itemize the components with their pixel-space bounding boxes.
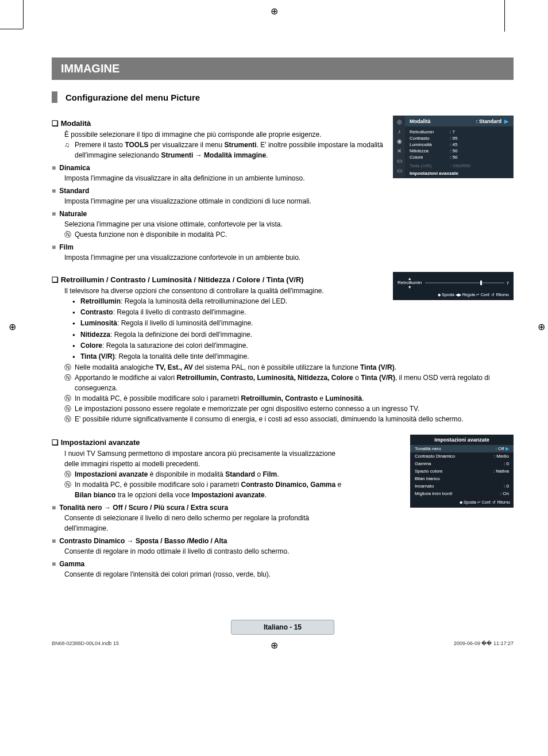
- osd-slider-label: ▲ Retroillumin ▼: [398, 277, 422, 289]
- body-text: Imposta l'immagine per una visualizzazio…: [64, 196, 385, 206]
- osd-menu-picture: ◎ ♪ ◉ ✕ ▭ ▭ Modalità : Standard ▶ Retroi…: [393, 116, 514, 178]
- slider-thumb: [480, 281, 482, 285]
- body-text: In modalità PC, è possibile modificare s…: [75, 479, 352, 500]
- sub-heading: ■Standard: [52, 187, 385, 195]
- body-text: Consente di regolare l'intensità dei col…: [64, 569, 402, 580]
- note-icon: Ⓝ: [64, 393, 75, 404]
- note-icon: Ⓝ: [64, 469, 75, 479]
- osd-row: Contrasto Dinamico: Medio: [410, 452, 514, 460]
- body-text: È possibile selezionare il tipo di immag…: [64, 129, 385, 140]
- body-text: In modalità PC, è possibile modificare s…: [75, 393, 514, 404]
- osd-icon-column: ◎ ♪ ◉ ✕ ▭ ▭: [393, 116, 405, 178]
- registration-mark-icon: ⊕: [538, 321, 545, 332]
- bullet-list: Retroillumin: Regola la luminosità della…: [72, 296, 385, 362]
- note-icon: Ⓝ: [64, 362, 75, 373]
- body-text: Premere il tasto TOOLS per visualizzare …: [75, 140, 385, 160]
- body-text: Impostazioni avanzate è disponibile in m…: [75, 469, 352, 479]
- note-icon: Ⓝ: [64, 414, 75, 424]
- osd-row: Impostazioni avanzate: [405, 169, 513, 178]
- osd-row: Retroillumin: 7: [405, 129, 513, 135]
- sub-heading: ■Gamma: [52, 560, 402, 568]
- setup-icon: ✕: [397, 148, 402, 154]
- body-text: Consente di selezionare il livello di ne…: [64, 513, 352, 534]
- footer-doc-id: BN68-02388D-00L04.indb 15: [52, 640, 119, 646]
- slider-track: [425, 282, 504, 283]
- page-footer-pill: Italiano - 15: [231, 620, 334, 635]
- body-text: E' possibile ridurre significativamente …: [75, 414, 514, 424]
- section-title-bar: IMMAGINE: [52, 57, 514, 80]
- body-text: Consente di regolare in modo ottimale il…: [64, 546, 402, 557]
- registration-mark-icon: ⊕: [271, 6, 278, 17]
- crop-mark: [504, 0, 505, 32]
- input-icon: ▭: [397, 158, 402, 164]
- body-text: Imposta l'immagine da visualizzare in al…: [64, 173, 385, 183]
- slider-value: 7: [507, 281, 509, 286]
- osd-footer-hints: ◆ Sposta ◀▶ Regola ↵ Conf. ↺ Ritorno: [398, 293, 509, 297]
- osd-row: Contrasto: 95: [405, 135, 513, 141]
- osd-advanced-panel: Impostazioni avanzate Tonalità nero: Off…: [410, 435, 514, 508]
- crop-mark: [23, 0, 24, 29]
- osd-footer-hints: ◆ Sposta ↵ Conf. ↺ Ritorno: [410, 497, 514, 508]
- osd-row: Colore: 50: [405, 154, 513, 160]
- osd-row: Luminosità: 45: [405, 141, 513, 148]
- sub-heading: ■Tonalità nero → Off / Scuro / Più scura…: [52, 504, 402, 512]
- sub-heading: ■Contrasto Dinamico → Sposta / Basso /Me…: [52, 537, 402, 545]
- sub-heading: ■Naturale: [52, 210, 385, 218]
- osd-row: Gamma: 0: [410, 460, 514, 467]
- osd-row: Nitidezza: 50: [405, 148, 513, 154]
- q-heading-modalita: Modalità: [52, 119, 385, 128]
- osd-row: Spazio colore: Nativa: [410, 467, 514, 475]
- crop-mark: [0, 29, 23, 29]
- body-text: I nuovi TV Samsung permettono di imposta…: [64, 448, 340, 469]
- registration-mark-icon: ⊕: [271, 640, 278, 651]
- body-text: Imposta l'immagine per una visualizzazio…: [64, 252, 385, 263]
- q-heading-params: Retroillumin / Contrasto / Luminosità / …: [52, 275, 385, 284]
- picture-icon: ◎: [397, 118, 402, 125]
- note-icon: Ⓝ: [64, 373, 75, 393]
- osd-highlight-row: Modalità : Standard ▶: [405, 116, 513, 126]
- note-icon: Ⓝ: [64, 229, 75, 240]
- arrow-down-icon: ▼: [408, 285, 412, 289]
- tools-icon: ♫: [64, 140, 75, 160]
- body-text: Nelle modalità analogiche TV, Est., AV d…: [75, 362, 514, 373]
- sub-heading: ■Dinamica: [52, 164, 385, 172]
- osd-slider-panel: ▲ Retroillumin ▼ 7 ◆ Sposta ◀▶ Regola ↵ …: [393, 272, 514, 300]
- body-text: Seleziona l'immagine per una visione ott…: [64, 219, 385, 229]
- body-text: Le impostazioni possono essere regolate …: [75, 404, 514, 414]
- body-text: Il televisore ha diverse opzioni che con…: [64, 286, 385, 296]
- registration-mark-icon: ⊕: [9, 321, 16, 332]
- note-icon: Ⓝ: [64, 404, 75, 414]
- osd-row: Bilan bianco: [410, 475, 514, 482]
- body-text: Apportando le modifiche ai valori Retroi…: [75, 373, 514, 393]
- osd-row: Migliora imm bordi: On: [410, 490, 514, 497]
- body-text: Questa funzione non è disponibile in mod…: [75, 229, 385, 240]
- osd-row: Incarnato: 0: [410, 482, 514, 490]
- q-heading-advanced: Impostazioni avanzate: [52, 438, 402, 447]
- sound-icon: ♪: [398, 128, 401, 135]
- subheader: Configurazione del menu Picture: [65, 93, 200, 102]
- channel-icon: ◉: [397, 138, 402, 144]
- sub-heading: ■Film: [52, 243, 385, 251]
- osd-row-dim: Tinta (V/R): V50/R50: [405, 163, 513, 169]
- osd-panel-title: Impostazioni avanzate: [410, 435, 514, 445]
- footer-timestamp: 2009-06-09 �� 11:17:27: [454, 640, 514, 646]
- osd-row: Tonalità nero: Off ▶: [410, 445, 514, 452]
- subheader-accent: [52, 91, 57, 103]
- arrow-right-icon: ▶: [504, 118, 508, 124]
- support-icon: ▭: [397, 167, 402, 174]
- note-icon: Ⓝ: [64, 479, 75, 500]
